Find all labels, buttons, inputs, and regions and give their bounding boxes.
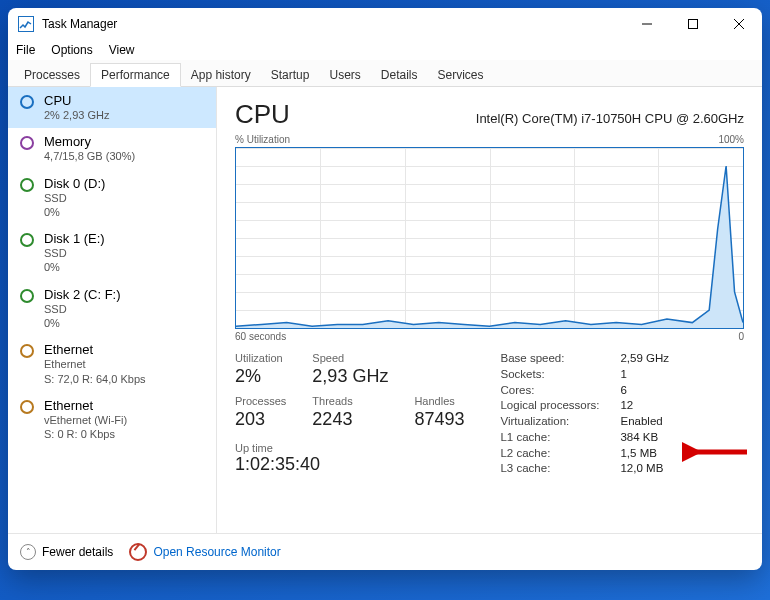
open-resource-monitor-label: Open Resource Monitor [153,545,280,559]
menu-file[interactable]: File [16,43,35,57]
cpu-details: Base speed:2,59 GHz Sockets:1 Cores:6 Lo… [500,352,710,475]
base-speed-value: 2,59 GHz [620,352,710,365]
minimize-button[interactable] [624,8,670,40]
sidebar[interactable]: CPU2% 2,93 GHzMemory4,7/15,8 GB (30%)Dis… [8,87,217,533]
sidebar-item-disk2[interactable]: Disk 2 (C: F:)SSD0% [8,281,216,337]
tab-startup[interactable]: Startup [261,64,320,86]
handles-label: Handles [414,395,464,407]
resource-monitor-icon [129,543,147,561]
sidebar-item-sub: SSD0% [44,246,105,275]
chart-x-left: 60 seconds [235,331,286,342]
fewer-details-label: Fewer details [42,545,113,559]
sidebar-item-title: Ethernet [44,342,146,357]
open-resource-monitor-link[interactable]: Open Resource Monitor [129,543,280,561]
chart-y-max: 100% [718,134,744,145]
sidebar-item-title: Disk 1 (E:) [44,231,105,246]
tab-services[interactable]: Services [428,64,494,86]
sidebar-item-memory[interactable]: Memory4,7/15,8 GB (30%) [8,128,216,169]
logical-processors-value: 12 [620,399,710,412]
sidebar-item-title: Disk 2 (C: F:) [44,287,121,302]
tab-details[interactable]: Details [371,64,428,86]
chart-x-right: 0 [738,331,744,342]
sidebar-item-title: Disk 0 (D:) [44,176,105,191]
l3-cache-label: L3 cache: [500,462,620,475]
handles-value: 87493 [414,409,464,430]
main-panel: CPU Intel(R) Core(TM) i7-10750H CPU @ 2.… [217,87,762,533]
disk2-indicator-icon [20,289,34,303]
memory-indicator-icon [20,136,34,150]
svg-rect-2 [689,20,698,29]
uptime-value: 1:02:35:40 [235,454,464,475]
sidebar-item-sub: vEthernet (Wi-Fi)S: 0 R: 0 Kbps [44,413,127,442]
menu-options[interactable]: Options [51,43,92,57]
base-speed-label: Base speed: [500,352,620,365]
tabs: Processes Performance App history Startu… [8,60,762,87]
sidebar-item-sub: SSD0% [44,302,121,331]
speed-label: Speed [312,352,388,364]
eth0-indicator-icon [20,344,34,358]
cpu-indicator-icon [20,95,34,109]
l1-cache-label: L1 cache: [500,431,620,444]
titlebar[interactable]: Task Manager [8,8,762,40]
threads-value: 2243 [312,409,388,430]
utilization-label: Utilization [235,352,286,364]
l2-cache-label: L2 cache: [500,447,620,460]
sidebar-item-title: CPU [44,93,109,108]
sockets-value: 1 [620,368,710,381]
threads-label: Threads [312,395,388,407]
maximize-button[interactable] [670,8,716,40]
l3-cache-value: 12,0 MB [620,462,710,475]
utilization-chart[interactable] [235,147,744,329]
sidebar-item-cpu[interactable]: CPU2% 2,93 GHz [8,87,216,128]
sidebar-item-title: Memory [44,134,135,149]
chevron-up-icon: ˄ [20,544,36,560]
tab-users[interactable]: Users [319,64,370,86]
footer: ˄ Fewer details Open Resource Monitor [8,533,762,570]
sidebar-item-sub: EthernetS: 72,0 R: 64,0 Kbps [44,357,146,386]
cpu-model: Intel(R) Core(TM) i7-10750H CPU @ 2.60GH… [476,111,744,126]
menubar: File Options View [8,40,762,60]
main-title: CPU [235,99,290,130]
cores-label: Cores: [500,384,620,397]
maximize-icon [688,19,698,29]
virtualization-value: Enabled [620,415,710,428]
close-icon [734,19,744,29]
disk1-indicator-icon [20,233,34,247]
sockets-label: Sockets: [500,368,620,381]
cores-value: 6 [620,384,710,397]
l2-cache-value: 1,5 MB [620,447,710,460]
tab-processes[interactable]: Processes [14,64,90,86]
tab-performance[interactable]: Performance [90,63,181,87]
sidebar-item-disk0[interactable]: Disk 0 (D:)SSD0% [8,170,216,226]
task-manager-icon [18,16,34,32]
virtualization-label: Virtualization: [500,415,620,428]
menu-view[interactable]: View [109,43,135,57]
tab-app-history[interactable]: App history [181,64,261,86]
sidebar-item-title: Ethernet [44,398,127,413]
chart-y-label: % Utilization [235,134,290,145]
logical-processors-label: Logical processors: [500,399,620,412]
minimize-icon [642,19,652,29]
sidebar-item-disk1[interactable]: Disk 1 (E:)SSD0% [8,225,216,281]
speed-value: 2,93 GHz [312,366,388,387]
sidebar-item-eth1[interactable]: EthernetvEthernet (Wi-Fi)S: 0 R: 0 Kbps [8,392,216,448]
window-title: Task Manager [42,17,624,31]
utilization-value: 2% [235,366,286,387]
processes-value: 203 [235,409,286,430]
task-manager-window: Task Manager File Options View Processes… [8,8,762,570]
sidebar-item-sub: 2% 2,93 GHz [44,108,109,122]
sidebar-item-sub: 4,7/15,8 GB (30%) [44,149,135,163]
chart-svg [236,148,743,328]
eth1-indicator-icon [20,400,34,414]
uptime-label: Up time [235,442,464,454]
sidebar-item-eth0[interactable]: EthernetEthernetS: 72,0 R: 64,0 Kbps [8,336,216,392]
fewer-details-button[interactable]: ˄ Fewer details [20,544,113,560]
sidebar-item-sub: SSD0% [44,191,105,220]
processes-label: Processes [235,395,286,407]
close-button[interactable] [716,8,762,40]
disk0-indicator-icon [20,178,34,192]
l1-cache-value: 384 KB [620,431,710,444]
